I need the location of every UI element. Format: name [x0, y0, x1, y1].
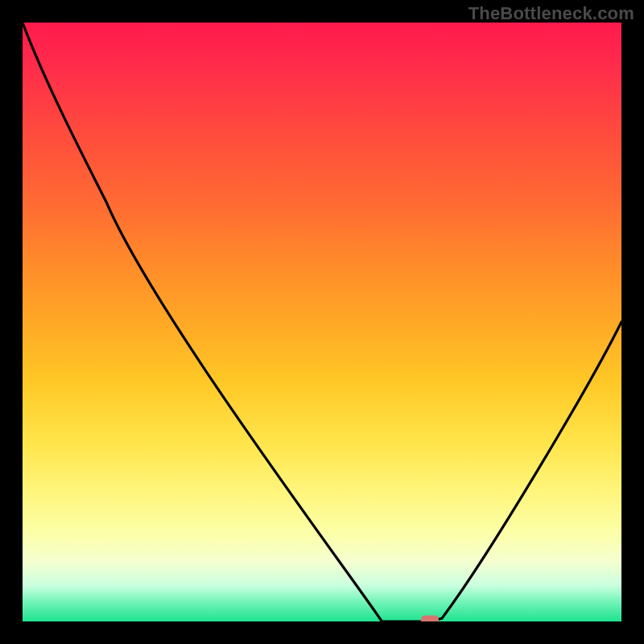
chart-frame: TheBottleneck.com — [0, 0, 644, 644]
optimal-point-marker — [421, 616, 439, 622]
watermark-text: TheBottleneck.com — [469, 3, 634, 24]
chart-svg — [23, 23, 621, 621]
bottleneck-curve — [23, 23, 621, 621]
